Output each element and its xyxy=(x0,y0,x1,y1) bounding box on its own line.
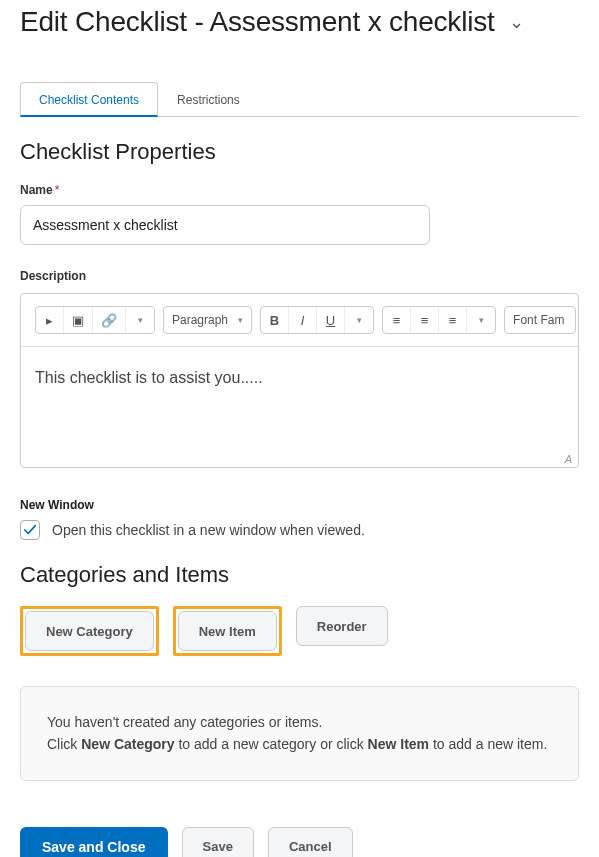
insert-more-dropdown[interactable]: ▾ xyxy=(126,307,154,333)
reorder-button[interactable]: Reorder xyxy=(296,606,388,646)
cancel-button[interactable]: Cancel xyxy=(268,827,353,857)
text-format-dropdown[interactable]: ▾ xyxy=(345,307,373,333)
insert-media-icon[interactable]: ▸ xyxy=(36,307,64,333)
editor-content[interactable]: This checklist is to assist you..... A xyxy=(21,347,578,467)
editor-toolbar: ▸ ▣ 🔗 ▾ Paragraph▾ B I U ▾ ≡ xyxy=(21,294,578,347)
bold-button[interactable]: B xyxy=(261,307,289,333)
editor-resize-icon[interactable]: A xyxy=(565,453,572,465)
new-window-checkbox[interactable] xyxy=(20,520,40,540)
name-label: Name* xyxy=(20,183,579,197)
tabs: Checklist Contents Restrictions xyxy=(20,82,579,117)
paragraph-dropdown[interactable]: Paragraph▾ xyxy=(164,307,251,333)
insert-image-icon[interactable]: ▣ xyxy=(64,307,93,333)
description-label: Description xyxy=(20,269,579,283)
name-input[interactable] xyxy=(20,205,430,245)
properties-heading: Checklist Properties xyxy=(20,139,579,165)
new-item-button[interactable]: New Item xyxy=(178,611,277,651)
highlight-new-item: New Item xyxy=(173,606,282,656)
underline-button[interactable]: U xyxy=(317,307,345,333)
save-and-close-button[interactable]: Save and Close xyxy=(20,827,168,857)
title-dropdown-icon[interactable]: ⌄ xyxy=(509,11,524,33)
rich-text-editor: ▸ ▣ 🔗 ▾ Paragraph▾ B I U ▾ ≡ xyxy=(20,293,579,468)
new-window-checkbox-label: Open this checklist in a new window when… xyxy=(52,522,365,538)
save-button[interactable]: Save xyxy=(182,827,254,857)
categories-heading: Categories and Items xyxy=(20,562,579,588)
align-center-icon[interactable]: ≡ xyxy=(411,307,439,333)
align-left-icon[interactable]: ≡ xyxy=(383,307,411,333)
list-icon[interactable]: ≡ xyxy=(439,307,467,333)
tab-restrictions[interactable]: Restrictions xyxy=(158,82,259,116)
font-family-dropdown[interactable]: Font Fam xyxy=(505,307,575,333)
new-window-label: New Window xyxy=(20,498,579,512)
new-category-button[interactable]: New Category xyxy=(25,611,154,651)
list-dropdown[interactable]: ▾ xyxy=(467,307,495,333)
empty-state-info: You haven't created any categories or it… xyxy=(20,686,579,781)
page-title: Edit Checklist - Assessment x checklist xyxy=(20,6,495,38)
insert-link-icon[interactable]: 🔗 xyxy=(93,307,126,333)
highlight-new-category: New Category xyxy=(20,606,159,656)
tab-contents[interactable]: Checklist Contents xyxy=(20,82,158,117)
italic-button[interactable]: I xyxy=(289,307,317,333)
